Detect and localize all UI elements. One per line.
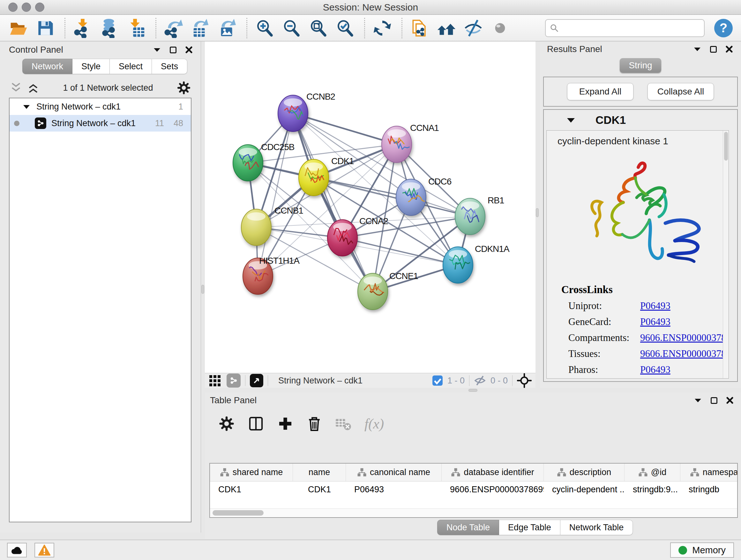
edge-CCNB2-CCNA1[interactable] xyxy=(293,113,397,144)
tab-edge-table[interactable]: Edge Table xyxy=(499,520,560,535)
node-table[interactable]: shared namenamecanonical namedatabase id… xyxy=(209,463,738,518)
show-panel-eye-icon[interactable] xyxy=(490,18,510,38)
import-table-file-icon[interactable] xyxy=(126,18,146,38)
warning-button[interactable] xyxy=(35,543,54,557)
node-CCNB1[interactable] xyxy=(241,209,271,246)
zoom-fit-icon[interactable] xyxy=(308,18,328,38)
panel-menu-icon[interactable] xyxy=(694,398,702,403)
panel-close-icon[interactable] xyxy=(185,46,192,53)
right-splitter-handle[interactable] xyxy=(536,208,539,217)
bottom-splitter-handle[interactable] xyxy=(468,389,477,392)
node-CCNA1[interactable] xyxy=(382,126,412,163)
tab-select[interactable]: Select xyxy=(110,59,152,74)
network-view-icon[interactable] xyxy=(226,374,241,388)
panel-float-icon[interactable] xyxy=(170,47,177,53)
expand-all-button[interactable]: Expand All xyxy=(567,83,633,100)
hidden-eye-icon[interactable] xyxy=(474,375,486,386)
column-header-namespace[interactable]: namespace xyxy=(680,463,738,481)
panel-close-icon[interactable] xyxy=(726,397,733,404)
network-graph[interactable]: CCNB2CCNA1CDC25BCDK1CDC6RB1CCNB1CCNA2CDK… xyxy=(205,42,536,373)
node-CCNB2[interactable] xyxy=(278,95,308,132)
grid-view-icon[interactable] xyxy=(209,374,222,387)
birds-eye-view-icon[interactable] xyxy=(250,374,263,387)
panel-menu-icon[interactable] xyxy=(153,47,161,52)
add-column-icon[interactable] xyxy=(277,415,293,432)
node-RB1[interactable] xyxy=(455,198,485,235)
clone-network-icon[interactable] xyxy=(409,18,430,38)
node-CDC6[interactable] xyxy=(396,179,426,215)
table-row[interactable]: CDK1CDK1P064939606.ENSP00000378699cyclin… xyxy=(210,482,737,498)
search-input[interactable] xyxy=(559,23,700,33)
panel-close-icon[interactable] xyxy=(726,46,733,53)
crosslink-link-pharos-[interactable]: P06493 xyxy=(640,364,670,375)
cloud-button[interactable] xyxy=(7,543,27,557)
crosslink-link-genecard-[interactable]: P06493 xyxy=(640,316,670,327)
edge-CCNB2-CCNE1[interactable] xyxy=(293,113,373,292)
network-row[interactable]: String Network – cdk1 11 48 xyxy=(10,115,191,132)
zoom-selected-icon[interactable] xyxy=(335,18,355,38)
panel-menu-icon[interactable] xyxy=(693,47,701,52)
delete-column-trash-icon[interactable] xyxy=(307,415,322,432)
panel-float-icon[interactable] xyxy=(710,46,717,53)
results-scrollbar[interactable] xyxy=(723,131,729,378)
delete-table-icon[interactable] xyxy=(335,417,352,431)
node-CCNA2[interactable] xyxy=(327,220,357,256)
zoom-in-icon[interactable] xyxy=(254,18,275,38)
zoom-out-icon[interactable] xyxy=(281,18,301,38)
table-horizontal-scrollbar[interactable] xyxy=(210,508,737,517)
entry-collapse-icon[interactable] xyxy=(567,118,575,123)
panel-float-icon[interactable] xyxy=(711,397,718,404)
collapse-all-button[interactable]: Collapse All xyxy=(648,83,714,100)
export-table-icon[interactable] xyxy=(190,18,211,38)
network-canvas[interactable]: CCNB2CCNA1CDC25BCDK1CDC6RB1CCNB1CCNA2CDK… xyxy=(205,42,536,388)
import-network-file-icon[interactable] xyxy=(72,18,93,38)
open-session-icon[interactable] xyxy=(8,18,29,38)
export-network-icon[interactable] xyxy=(163,18,184,38)
tab-node-table[interactable]: Node Table xyxy=(437,520,499,535)
export-image-icon[interactable] xyxy=(217,18,238,38)
node-CDC25B[interactable] xyxy=(233,145,263,181)
help-icon[interactable]: ? xyxy=(714,19,733,37)
column-header--id[interactable]: @id xyxy=(624,463,680,481)
memory-button[interactable]: Memory xyxy=(670,543,734,558)
left-splitter-handle[interactable] xyxy=(201,285,204,294)
fit-selected-crosshair-icon[interactable] xyxy=(517,373,532,388)
hide-panel-eye-icon[interactable] xyxy=(463,18,483,38)
function-builder-icon[interactable]: f(x) xyxy=(364,416,384,432)
tree-expand-icon[interactable] xyxy=(23,105,30,109)
show-columns-icon[interactable] xyxy=(248,415,264,432)
crosslink-link-compartments-[interactable]: 9606.ENSP00000378699 xyxy=(640,332,729,344)
attribute-type-icon xyxy=(690,468,699,477)
crosslinks-title: CrossLinks xyxy=(561,284,729,296)
network-options-gear-icon[interactable] xyxy=(177,80,191,95)
tab-style[interactable]: Style xyxy=(72,59,110,74)
crosslink-link-uniprot-[interactable]: P06493 xyxy=(640,300,670,312)
search-box[interactable] xyxy=(545,19,704,37)
column-header-shared-name[interactable]: shared name xyxy=(210,463,293,481)
node-label-CDC25B: CDC25B xyxy=(261,142,294,152)
column-header-name[interactable]: name xyxy=(293,463,346,481)
tab-sets[interactable]: Sets xyxy=(152,59,187,74)
expand-all-icon[interactable] xyxy=(27,82,40,94)
node-CDKN1A[interactable] xyxy=(443,247,473,283)
column-header-description[interactable]: description xyxy=(544,463,624,481)
home-panels-icon[interactable] xyxy=(436,18,457,38)
crosslink-link-tissues-[interactable]: 9606.ENSP00000378699 xyxy=(640,348,729,360)
results-panel: Results Panel String Expand All Collapse… xyxy=(540,42,741,388)
refresh-icon[interactable] xyxy=(372,18,393,38)
save-session-icon[interactable] xyxy=(35,18,56,38)
import-network-database-icon[interactable] xyxy=(99,18,120,38)
node-CCNE1[interactable] xyxy=(358,273,388,310)
collapse-all-icon[interactable] xyxy=(10,82,22,94)
column-header-canonical-name[interactable]: canonical name xyxy=(346,463,442,481)
selected-checkbox-icon[interactable] xyxy=(432,375,443,386)
column-header-database-identifier[interactable]: database identifier xyxy=(442,463,544,481)
tab-network-table[interactable]: Network Table xyxy=(560,520,633,535)
tab-string[interactable]: String xyxy=(620,58,661,73)
scrollbar-thumb[interactable] xyxy=(212,510,264,516)
tab-network[interactable]: Network xyxy=(22,59,72,74)
table-options-gear-icon[interactable] xyxy=(218,415,235,432)
node-CDK1[interactable] xyxy=(299,159,329,196)
network-collection-row[interactable]: String Network – cdk1 1 xyxy=(10,98,191,115)
edge-CCNA2-CDKN1A[interactable] xyxy=(342,238,458,265)
